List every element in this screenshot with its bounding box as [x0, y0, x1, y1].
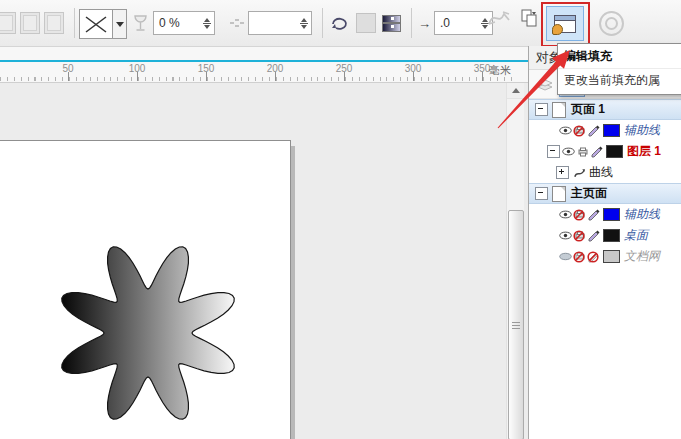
- no-fill-picker[interactable]: [79, 9, 127, 37]
- no-print-icon[interactable]: [573, 124, 586, 138]
- active-layer-row-label: 图层 1: [627, 143, 661, 160]
- fill-style-swatch-icon[interactable]: [0, 12, 16, 34]
- chevron-down-icon: [116, 22, 124, 27]
- spinner-icon[interactable]: [200, 12, 214, 34]
- grip-icon: [512, 322, 520, 329]
- ruler-number: 200: [267, 63, 284, 74]
- node-color-field[interactable]: [248, 11, 312, 35]
- eye-closed-icon[interactable]: [559, 250, 572, 264]
- fill-style-swatch-icon[interactable]: [44, 12, 64, 34]
- ruler-number: 300: [405, 63, 422, 74]
- print-icon[interactable]: [576, 145, 589, 159]
- collapse-icon[interactable]: [547, 145, 560, 158]
- layer-label: 辅助线: [624, 206, 660, 223]
- layer-label: 辅助线: [624, 122, 660, 139]
- horizontal-ruler[interactable]: 50100150200250300350 毫米: [0, 47, 528, 83]
- copy-fill-icon[interactable]: [518, 6, 542, 32]
- expand-icon[interactable]: [556, 166, 569, 179]
- ruler-number: 150: [198, 63, 215, 74]
- toolbar-separator: [74, 8, 75, 38]
- layer-label: 桌面: [624, 227, 648, 244]
- scroll-up-button[interactable]: [507, 83, 524, 99]
- ruler-ticks: 50100150200250300350: [0, 63, 520, 82]
- new-layer-icon[interactable]: [533, 72, 557, 96]
- tree-row-desktop[interactable]: 桌面: [529, 225, 681, 246]
- fill-swatch-disabled-icon: [356, 13, 376, 33]
- angle-arrow-icon: →: [418, 16, 431, 31]
- edit-fill-tooltip: 编辑填充 更改当前填充的属: [557, 43, 681, 95]
- node-transparency-field[interactable]: 0 %: [153, 11, 215, 35]
- no-fill-icon[interactable]: [79, 9, 113, 39]
- triangle-up-icon: [512, 88, 520, 93]
- flower-shape[interactable]: [0, 83, 528, 439]
- tree-row-curve[interactable]: 曲线: [529, 162, 681, 183]
- ruler-number: 50: [62, 63, 73, 74]
- eye-icon[interactable]: [559, 124, 572, 138]
- ruler-unit-label: 毫米: [489, 63, 511, 78]
- page-icon: [552, 186, 566, 202]
- layer-color-swatch[interactable]: [606, 145, 623, 158]
- ruler-accent-line: [0, 60, 528, 62]
- goblet-icon: [133, 14, 148, 33]
- ruler-number: 250: [336, 63, 353, 74]
- fill-dropdown-button[interactable]: [113, 9, 127, 39]
- node-transparency-value: 0 %: [159, 16, 200, 30]
- drawing-canvas[interactable]: [0, 83, 528, 439]
- tree-row-layer1[interactable]: 图层 1: [529, 141, 681, 162]
- fill-style-swatch-icon[interactable]: [20, 12, 40, 34]
- eye-icon[interactable]: [562, 145, 575, 159]
- vertical-scrollbar[interactable]: [506, 83, 524, 439]
- toolbar-separator: [411, 8, 412, 38]
- scrollbar-thumb[interactable]: [508, 210, 524, 439]
- no-print-icon[interactable]: [573, 229, 586, 243]
- collapse-icon[interactable]: [535, 187, 548, 200]
- no-edit-icon[interactable]: [587, 250, 600, 264]
- collapse-icon[interactable]: [535, 103, 548, 116]
- pencil-icon[interactable]: [587, 229, 600, 243]
- object-manager-panel: 对象管理器 图层 1 页面 1: [528, 46, 681, 439]
- ruler-minor-ticks: [0, 77, 512, 81]
- tree-row-master-guides[interactable]: 辅助线: [529, 204, 681, 225]
- page-icon: [552, 102, 566, 118]
- curve-object-icon: [573, 166, 586, 180]
- layer-color-swatch[interactable]: [603, 250, 620, 263]
- fill-angle-value: .0: [440, 16, 478, 30]
- layer-color-swatch[interactable]: [603, 208, 620, 221]
- eye-icon[interactable]: [559, 208, 572, 222]
- layer-color-swatch[interactable]: [603, 229, 620, 242]
- tree-row-master-page[interactable]: 主页面: [529, 183, 681, 204]
- pencil-icon[interactable]: [587, 208, 600, 222]
- toolbar-separator: [322, 8, 323, 38]
- edit-fill-icon: [554, 15, 576, 33]
- no-print-icon[interactable]: [573, 250, 586, 264]
- layer-color-swatch[interactable]: [603, 124, 620, 137]
- property-bar: 0 % → .0: [0, 0, 681, 47]
- tree-row-guides[interactable]: 辅助线: [529, 120, 681, 141]
- tooltip-body: 更改当前填充的属: [558, 69, 681, 94]
- edit-fill-button[interactable]: [546, 6, 584, 41]
- tree-row-document-grid[interactable]: 文档网: [529, 246, 681, 267]
- pencil-icon[interactable]: [587, 124, 600, 138]
- tooltip-title: 编辑填充: [558, 44, 681, 69]
- spinner-icon[interactable]: [297, 12, 311, 34]
- page-label: 主页面: [571, 185, 607, 202]
- fill-angle-field[interactable]: .0: [434, 11, 493, 35]
- tree-row-page1[interactable]: 页面 1: [529, 99, 681, 120]
- ruler-number: 100: [129, 63, 146, 74]
- node-edit-icon: [229, 16, 245, 30]
- object-label: 曲线: [589, 164, 613, 181]
- no-print-icon[interactable]: [573, 208, 586, 222]
- smooth-fill-disabled-icon: [486, 6, 512, 30]
- ruler-number: 350: [474, 63, 491, 74]
- eye-icon[interactable]: [559, 229, 572, 243]
- rotate-fill-icon[interactable]: [329, 15, 350, 32]
- gradient-steps-icon[interactable]: [382, 15, 401, 32]
- layer-label: 文档网: [624, 248, 660, 265]
- page-label: 页面 1: [571, 101, 605, 118]
- layer-tree: 页面 1 辅助线: [529, 99, 681, 267]
- postscript-fill-disabled-icon: [599, 11, 624, 36]
- pencil-icon[interactable]: [590, 145, 603, 159]
